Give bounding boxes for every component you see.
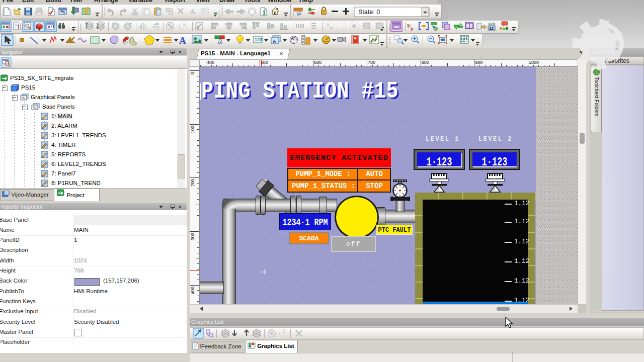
svg-text:A: A: [273, 39, 276, 44]
svg-text:y: y: [411, 26, 413, 31]
svg-text:A: A: [179, 35, 186, 46]
svg-text:State: 0: State: 0: [358, 9, 380, 16]
svg-text:123: 123: [255, 37, 262, 42]
svg-text:!: !: [18, 23, 20, 31]
svg-text:A: A: [190, 8, 195, 16]
svg-text:12: 12: [489, 26, 494, 31]
